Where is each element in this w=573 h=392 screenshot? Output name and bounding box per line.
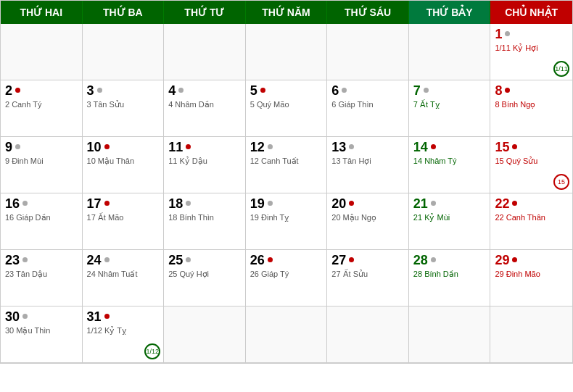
day-cell[interactable]: 1919 Đinh Tỵ bbox=[246, 193, 328, 250]
day-cell[interactable]: 1111 Kỷ Dậu bbox=[164, 137, 246, 193]
lunar-date: 27 Ất Sửu bbox=[331, 270, 404, 279]
day-cell[interactable] bbox=[1, 24, 83, 80]
gregorian-date: 1 bbox=[495, 27, 502, 42]
lunar-date: 1/11 Kỷ Hợi bbox=[495, 43, 568, 53]
day-cell[interactable]: 2121 Kỷ Mùi bbox=[409, 193, 491, 250]
lunar-date: 30 Mậu Thìn bbox=[5, 326, 78, 335]
day-cell[interactable] bbox=[490, 306, 572, 363]
circle-indicator: 15 bbox=[553, 174, 569, 190]
day-cell[interactable] bbox=[246, 24, 328, 80]
day-cell[interactable]: 2727 Ất Sửu bbox=[327, 250, 409, 306]
dot-indicator bbox=[97, 88, 102, 93]
day-cell[interactable]: 66 Giáp Thìn bbox=[327, 80, 409, 137]
day-cell[interactable]: 2828 Bính Dần bbox=[409, 250, 491, 306]
gregorian-date: 24 bbox=[87, 253, 102, 268]
lunar-date: 2 Canh Tý bbox=[5, 100, 78, 109]
lunar-date: 7 Ất Tỵ bbox=[413, 100, 486, 109]
dot-indicator bbox=[431, 201, 436, 206]
dot-indicator bbox=[268, 144, 273, 149]
day-cell[interactable]: 1313 Tân Hợi bbox=[327, 137, 409, 193]
day-cell[interactable] bbox=[327, 24, 409, 80]
gregorian-date: 2 bbox=[5, 83, 12, 99]
header-day-cell: THỨ NĂM bbox=[246, 1, 328, 24]
lunar-date: 19 Đinh Tỵ bbox=[250, 213, 323, 222]
day-cell[interactable]: 3030 Mậu Thìn bbox=[1, 306, 83, 363]
dot-indicator bbox=[268, 257, 273, 262]
day-cell[interactable] bbox=[409, 306, 491, 363]
dot-indicator bbox=[104, 201, 110, 206]
day-cell[interactable] bbox=[246, 306, 328, 363]
header-day-cell: THỨ SÁU bbox=[327, 1, 409, 24]
lunar-date: 5 Quý Mão bbox=[250, 100, 323, 109]
dot-indicator bbox=[104, 314, 110, 319]
day-cell[interactable]: 2020 Mậu Ngọ bbox=[327, 193, 409, 250]
lunar-date: 23 Tân Dậu bbox=[5, 270, 78, 279]
gregorian-date: 18 bbox=[168, 196, 183, 212]
dot-indicator bbox=[186, 144, 191, 149]
day-cell[interactable]: 1414 Nhâm Tý bbox=[409, 137, 491, 193]
day-cell[interactable]: 22 Canh Tý bbox=[1, 80, 83, 137]
day-cell[interactable]: 11/11 Kỷ Hợi1/11 bbox=[490, 24, 572, 80]
day-cell[interactable] bbox=[164, 24, 246, 80]
day-cell[interactable]: 2222 Canh Thân bbox=[490, 193, 572, 250]
dot-indicator bbox=[186, 257, 191, 262]
gregorian-date: 14 bbox=[413, 140, 428, 155]
gregorian-date: 28 bbox=[413, 253, 428, 268]
day-cell[interactable]: 311/12 Kỷ Tỵ1/12 bbox=[83, 306, 165, 363]
lunar-date: 12 Canh Tuất bbox=[250, 157, 323, 166]
day-cell[interactable] bbox=[409, 24, 491, 80]
day-cell[interactable] bbox=[83, 24, 165, 80]
header-day-cell: THỨ BẢY bbox=[409, 1, 491, 24]
day-cell[interactable]: 33 Tân Sửu bbox=[83, 80, 165, 137]
day-cell[interactable]: 2929 Đinh Mão bbox=[490, 250, 572, 306]
day-cell[interactable]: 1818 Bính Thìn bbox=[164, 193, 246, 250]
day-cell[interactable]: 55 Quý Mão bbox=[246, 80, 328, 137]
dot-indicator bbox=[260, 88, 265, 93]
gregorian-date: 4 bbox=[168, 83, 176, 99]
day-cell[interactable]: 1515 Quý Sửu15 bbox=[490, 137, 572, 193]
day-cell[interactable]: 1616 Giáp Dần bbox=[1, 193, 83, 250]
lunar-date: 3 Tân Sửu bbox=[87, 100, 160, 109]
header-day-cell: THỨ HAI bbox=[1, 1, 83, 24]
lunar-date: 14 Nhâm Tý bbox=[413, 157, 486, 165]
day-cell[interactable]: 1212 Canh Tuất bbox=[246, 137, 328, 193]
gregorian-date: 8 bbox=[495, 83, 502, 99]
calendar: THỨ HAITHỨ BATHỨ TƯTHỨ NĂMTHỨ SÁUTHỨ BẢY… bbox=[0, 0, 573, 364]
day-cell[interactable]: 88 Bính Ngọ bbox=[490, 80, 572, 137]
dot-indicator bbox=[431, 257, 436, 262]
day-cell[interactable]: 44 Nhâm Dần bbox=[164, 80, 246, 137]
day-cell[interactable]: 2626 Giáp Tý bbox=[246, 250, 328, 306]
day-cell[interactable] bbox=[327, 306, 409, 363]
day-cell[interactable]: 77 Ất Tỵ bbox=[409, 80, 491, 137]
dot-indicator bbox=[431, 144, 436, 149]
gregorian-date: 3 bbox=[87, 83, 94, 99]
lunar-date: 24 Nhâm Tuất bbox=[87, 270, 160, 279]
day-cell[interactable]: 2424 Nhâm Tuất bbox=[83, 250, 165, 306]
gregorian-date: 25 bbox=[168, 253, 183, 268]
day-cell[interactable]: 2525 Quý Hợi bbox=[164, 250, 246, 306]
lunar-date: 9 Đinh Mùi bbox=[5, 157, 78, 165]
gregorian-date: 19 bbox=[250, 196, 265, 212]
lunar-date: 16 Giáp Dần bbox=[5, 213, 78, 222]
day-cell[interactable]: 2323 Tân Dậu bbox=[1, 250, 83, 306]
dot-indicator bbox=[349, 257, 354, 262]
dot-indicator bbox=[342, 88, 347, 93]
gregorian-date: 29 bbox=[495, 253, 509, 268]
gregorian-date: 27 bbox=[331, 253, 346, 268]
lunar-date: 8 Bính Ngọ bbox=[495, 100, 568, 109]
dot-indicator bbox=[512, 201, 517, 206]
gregorian-date: 22 bbox=[495, 196, 509, 212]
circle-indicator: 1/12 bbox=[144, 343, 160, 359]
gregorian-date: 15 bbox=[495, 140, 509, 155]
dot-indicator bbox=[22, 257, 28, 262]
lunar-date: 17 Ất Mão bbox=[87, 213, 160, 222]
dot-indicator bbox=[505, 31, 510, 36]
day-cell[interactable]: 1010 Mậu Thân bbox=[83, 137, 165, 193]
gregorian-date: 12 bbox=[250, 140, 265, 155]
dot-indicator bbox=[186, 201, 191, 206]
dot-indicator bbox=[104, 144, 110, 149]
lunar-date: 6 Giáp Thìn bbox=[331, 100, 404, 109]
day-cell[interactable]: 1717 Ất Mão bbox=[83, 193, 165, 250]
day-cell[interactable] bbox=[164, 306, 246, 363]
day-cell[interactable]: 99 Đinh Mùi bbox=[1, 137, 83, 193]
